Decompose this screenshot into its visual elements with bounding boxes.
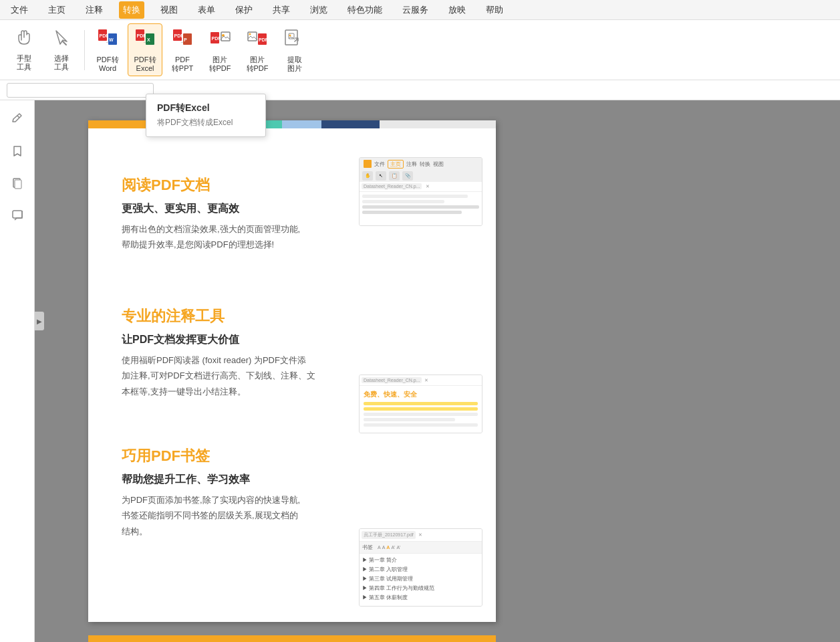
topbar-lightblue: [282, 120, 321, 128]
menu-convert[interactable]: 转换: [119, 1, 144, 19]
menu-file[interactable]: 文件: [7, 1, 32, 19]
svg-text:→: →: [217, 36, 223, 43]
dropdown-pdf-to-excel: PDF转Excel 将PDF文档转成Excel: [146, 94, 266, 137]
svg-point-21: [249, 33, 251, 35]
svg-rect-30: [13, 211, 22, 218]
pdf-to-word-label: PDF转Word: [97, 56, 119, 73]
menu-protect[interactable]: 保护: [231, 1, 257, 19]
menu-browse[interactable]: 浏览: [306, 1, 331, 19]
topbar-gray: [380, 120, 496, 128]
svg-text:PDF: PDF: [137, 33, 147, 38]
menu-view[interactable]: 视图: [156, 1, 182, 19]
pdf-to-excel-label: PDF转Excel: [134, 56, 156, 73]
sidebar-collapse-button[interactable]: ▶: [35, 312, 44, 330]
image-pdf-icon: → PDF: [245, 27, 269, 54]
pdf-to-word-button[interactable]: PDF → W PDF转Word: [90, 24, 125, 76]
sidebar-pencil-icon[interactable]: [5, 107, 29, 131]
thumb-bookmark: 员工手册_20120917.pdf ✕ 书签 A A A A' A' ▶ 第一章…: [359, 528, 482, 607]
menu-home[interactable]: 主页: [44, 1, 69, 19]
section-annotation-title: 专业的注释工具: [122, 306, 462, 326]
sidebar-comment-icon[interactable]: [5, 203, 29, 227]
image-to-pdf-label: 图片转PDF: [247, 56, 269, 73]
pdf-to-image-label: 图片转PDF: [209, 56, 231, 73]
svg-rect-29: [15, 180, 21, 189]
menu-help[interactable]: 帮助: [482, 1, 507, 19]
pdf-word-icon: PDF → W: [96, 27, 120, 54]
svg-text:W: W: [109, 37, 114, 42]
extract-image-label: 提取图片: [287, 56, 302, 73]
pdf-page: 阅读PDF文档 更强大、更实用、更高效 拥有出色的文档渲染效果,强大的页面管理功…: [88, 120, 496, 622]
dropdown-title: PDF转Excel: [146, 100, 265, 116]
hand-tool-button[interactable]: 手型工具: [7, 25, 41, 74]
topbar-darkblue: [321, 120, 380, 128]
svg-text:PDF: PDF: [259, 37, 269, 42]
image-to-pdf-button[interactable]: → PDF 图片转PDF: [240, 24, 275, 76]
menu-share[interactable]: 共享: [269, 1, 294, 19]
pdf-excel-icon: PDF → X: [133, 27, 157, 54]
sidebar-bookmark-icon[interactable]: [5, 139, 29, 163]
svg-text:PDF: PDF: [100, 33, 110, 38]
thumb-reader: 文件 主页 注释 转换 视图 ✋ ↖ 📋 📎 Datasheet_Reader_…: [359, 157, 482, 226]
section-bookmark-subtitle: 帮助您提升工作、学习效率: [122, 473, 462, 487]
hand-tool-label: 手型工具: [17, 54, 31, 72]
menubar: 文件 主页 注释 转换 视图 表单 保护 共享 浏览 特色功能 云服务 放映 帮…: [0, 0, 840, 20]
pdf-section-bookmark: 巧用PDF书签 帮助您提升工作、学习效率 为PDF页面添加书签,除了实现内容的快…: [122, 446, 462, 539]
thumb-annotation: Datasheet_Reader_CN.p... ✕ 免费、快速、安全: [359, 374, 482, 433]
menu-annotation[interactable]: 注释: [82, 1, 107, 19]
menu-slideshow[interactable]: 放映: [444, 1, 470, 19]
addressbar: 演示.pdf: [0, 80, 840, 100]
pdf-ppt-icon: PDF → P: [170, 27, 194, 54]
extract-image-button[interactable]: 提取图片: [277, 24, 312, 76]
left-sidebar: [0, 100, 35, 642]
thumb-annotation-highlight: 免费、快速、安全: [364, 390, 478, 399]
main-content-area: 阅读PDF文档 更强大、更实用、更高效 拥有出色的文档渲染效果,强大的页面管理功…: [35, 100, 840, 642]
section-annotation-subtitle: 让PDF文档发挥更大价值: [122, 333, 462, 347]
section-bookmark-title: 巧用PDF书签: [122, 446, 462, 466]
svg-text:PDF: PDF: [174, 33, 184, 38]
toolbar: 手型工具 选择工具 PDF → W PDF转Word: [0, 20, 840, 80]
svg-point-27: [289, 34, 291, 36]
menu-cloud[interactable]: 云服务: [398, 1, 432, 19]
select-tool-label: 选择工具: [54, 54, 69, 72]
pdf-to-excel-button[interactable]: PDF → X PDF转Excel: [128, 23, 162, 76]
pdf-to-image-button[interactable]: PDF → 图片转PDF: [202, 24, 237, 76]
pdf-to-ppt-label: PDF转PPT: [172, 56, 193, 73]
filename-input[interactable]: 演示.pdf: [7, 83, 154, 98]
extract-icon: [283, 27, 307, 54]
menu-feature[interactable]: 特色功能: [343, 1, 386, 19]
menu-form[interactable]: 表单: [194, 1, 219, 19]
hand-icon: [13, 28, 35, 53]
pdf-to-ppt-button[interactable]: PDF → P PDF转PPT: [165, 24, 200, 76]
select-tool-button[interactable]: 选择工具: [44, 25, 79, 74]
svg-text:P: P: [184, 37, 187, 42]
sidebar-pages-icon[interactable]: [5, 171, 29, 195]
dropdown-desc: 将PDF文档转成Excel: [146, 116, 265, 131]
pdf-image-icon: PDF →: [208, 27, 232, 54]
toolbar-sep-1: [84, 30, 85, 70]
section-read-text: 拥有出色的文档渲染效果,强大的页面管理功能,帮助提升效率,是您阅读PDF的理想选…: [122, 221, 462, 253]
thumb-reader-header: 文件 主页 注释 转换 视图: [360, 158, 482, 170]
svg-text:X: X: [147, 37, 150, 42]
select-icon: [51, 28, 72, 53]
pdf-bottom-bar: [88, 635, 496, 642]
